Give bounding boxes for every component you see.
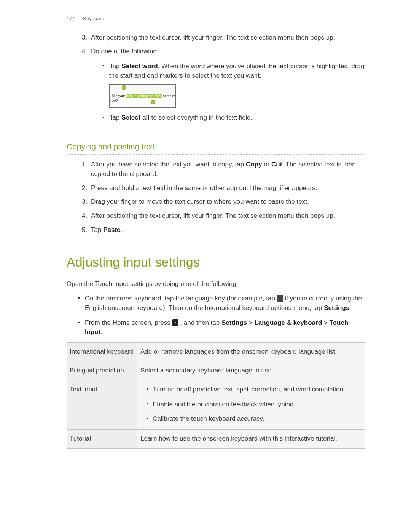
list-text: After positioning the text cursor, lift … xyxy=(91,211,365,221)
bold-select-word: Select word xyxy=(121,62,158,70)
list-item: 3. After positioning the text cursor, li… xyxy=(82,33,365,43)
list-text: Press and hold a text field in the same … xyxy=(91,184,365,193)
page-header: 174 Keyboard xyxy=(67,15,365,22)
header-section: Keyboard xyxy=(83,16,104,21)
list-text: After you have selected the text you wan… xyxy=(91,160,365,179)
table-bullet: Calibrate the touch keyboard accuracy. xyxy=(147,414,362,424)
table-row: Bilingual prediction Select a secondary … xyxy=(67,361,365,380)
language-key-icon xyxy=(277,295,283,302)
bullet-item: From the Home screen, press , and then t… xyxy=(78,318,365,337)
settings-table: International keyboard Add or remove lan… xyxy=(67,342,365,449)
list-number: 4. xyxy=(82,47,91,128)
list-number: 5. xyxy=(82,225,91,235)
list-item: 2. Press and hold a text field in the sa… xyxy=(82,184,365,193)
text-selection-screenshot: I like your help in getting the color sa… xyxy=(109,84,176,108)
table-bullet: Enable audible or vibration feedback whe… xyxy=(147,400,362,409)
svg-rect-5 xyxy=(177,322,177,323)
list-item: 5. Tap Paste. xyxy=(82,225,365,235)
apps-grid-icon xyxy=(172,319,178,326)
table-row: Text input Turn on or off predictive tex… xyxy=(67,380,365,430)
instruction-list-1: 3. After positioning the text cursor, li… xyxy=(67,33,365,128)
page: 174 Keyboard 3. After positioning the te… xyxy=(0,0,411,532)
svg-rect-3 xyxy=(174,322,174,323)
table-row: Tutorial Learn how to use the onscreen k… xyxy=(67,430,365,449)
intro-text: Open the Touch Input settings by doing o… xyxy=(67,280,365,289)
setting-desc: Add or remove languages from the onscree… xyxy=(137,342,365,361)
sub-list-item: Tap Select word. When the word where you… xyxy=(102,62,365,108)
list-text: Drag your finger to move the text cursor… xyxy=(91,197,365,207)
svg-rect-1 xyxy=(175,321,176,321)
setting-label: Bilingual prediction xyxy=(67,361,137,380)
section-title-copy-paste: Copying and pasting text xyxy=(67,141,365,153)
list-number: 4. xyxy=(82,211,91,221)
list-number: 3. xyxy=(82,197,91,207)
setting-desc: Select a secondary keyboard language to … xyxy=(137,361,365,380)
list-item: 1. After you have selected the text you … xyxy=(82,160,365,179)
list-item: 4. Do one of the following: Tap Select w… xyxy=(82,47,365,128)
setting-desc: Turn on or off predictive text, spell co… xyxy=(137,380,365,430)
setting-label: International keyboard xyxy=(67,342,137,361)
sub-list: Tap Select word. When the word where you… xyxy=(91,62,365,123)
list-item: 3. Drag your finger to move the text cur… xyxy=(82,197,365,207)
svg-rect-0 xyxy=(174,321,174,321)
bullet-item: On the onscreen keyboard, tap the langua… xyxy=(78,294,365,313)
table-row: International keyboard Add or remove lan… xyxy=(67,342,365,361)
list-number: 1. xyxy=(82,160,91,179)
setting-label: Tutorial xyxy=(67,430,137,449)
setting-label: Text input xyxy=(67,380,137,430)
svg-rect-8 xyxy=(177,324,177,324)
sub-list-item: Tap Select all to select everything in t… xyxy=(102,113,365,123)
heading-adjusting-input: Adjusting input settings xyxy=(67,253,365,272)
svg-rect-4 xyxy=(175,322,176,323)
instruction-list-2: 1. After you have selected the text you … xyxy=(67,160,365,235)
page-number: 174 xyxy=(67,16,75,21)
section-divider: Copying and pasting text xyxy=(67,133,365,155)
list-text: After positioning the text cursor, lift … xyxy=(91,33,365,43)
list-text: Tap Paste. xyxy=(91,225,365,235)
list-item: 4. After positioning the text cursor, li… xyxy=(82,211,365,221)
svg-rect-6 xyxy=(174,324,174,324)
list-number: 3. xyxy=(82,33,91,43)
svg-rect-2 xyxy=(177,321,177,321)
setting-desc: Learn how to use the onscreen keyboard w… xyxy=(137,430,365,449)
list-text: Do one of the following: Tap Select word… xyxy=(91,47,365,128)
table-bullet: Turn on or off predictive text, spell co… xyxy=(147,385,362,395)
svg-rect-7 xyxy=(175,324,176,324)
intro-bullets: On the onscreen keyboard, tap the langua… xyxy=(67,294,365,337)
list-number: 2. xyxy=(82,184,91,193)
bold-select-all: Select all xyxy=(121,114,150,121)
